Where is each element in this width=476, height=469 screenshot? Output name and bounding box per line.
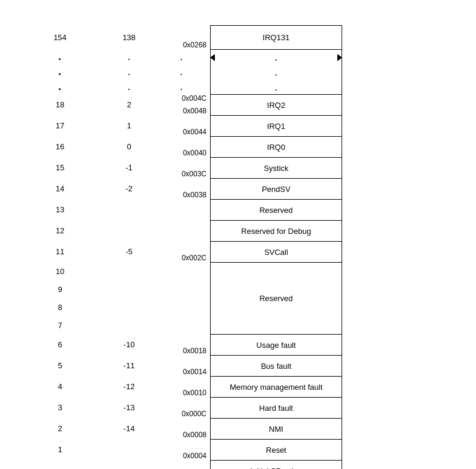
exception-cell: 13	[18, 199, 102, 220]
vector-cell: Hard fault	[211, 398, 342, 419]
exception-cell: .	[18, 64, 102, 79]
vector-cell: .	[211, 80, 342, 95]
irq-cell: -10	[102, 334, 156, 355]
continuation-dots: .	[274, 51, 277, 64]
exception-column: 154...181716151413121110987654321	[18, 25, 102, 469]
exception-cell: 4	[18, 376, 102, 397]
offset-cell: 0x004C0x0048	[156, 94, 210, 115]
exception-cell: .	[18, 49, 102, 64]
offset-cell	[156, 316, 210, 334]
offset-cell: 0x0038	[156, 178, 210, 199]
vector-cell: IRQ1	[211, 116, 342, 137]
exception-cell: 154	[18, 25, 102, 49]
irq-cell: -11	[102, 355, 156, 376]
exception-cell	[18, 460, 102, 469]
vector-cell: IRQ131	[211, 26, 342, 50]
vector-column: IRQ131...IRQ2IRQ1IRQ0SystickPendSVReserv…	[210, 25, 342, 469]
vector-cell: .	[211, 50, 342, 65]
exception-cell: 15	[18, 157, 102, 178]
vector-cell: Reserved for Debug	[211, 221, 342, 242]
offset-cell	[156, 220, 210, 241]
irq-cell: -13	[102, 397, 156, 418]
irq-cell	[102, 199, 156, 220]
exception-cell: 8	[18, 298, 102, 316]
offset-cell: 0x0268	[156, 25, 210, 49]
offset-cell: 0x0010	[156, 376, 210, 397]
exception-cell: 5	[18, 355, 102, 376]
continuation-dots: .	[274, 81, 277, 94]
offset-cell: 0x0000	[156, 460, 210, 469]
offset-cell: 0x0044	[156, 115, 210, 136]
exception-cell: 11	[18, 241, 102, 262]
vector-cell: Initial SP value	[211, 461, 342, 469]
irq-cell: .	[102, 79, 156, 94]
offset-cell: 0x0040	[156, 136, 210, 157]
vector-cell: Systick	[211, 158, 342, 179]
offset-cell	[156, 298, 210, 316]
table-body: 154...181716151413121110987654321138...2…	[18, 25, 458, 469]
offset-cell: 0x0004	[156, 439, 210, 460]
irq-cell: -2	[102, 178, 156, 199]
irq-cell	[102, 316, 156, 334]
offset-bot-label: 0x0048	[183, 107, 206, 115]
exception-cell: 10	[18, 262, 102, 280]
offset-cell: 0x0018	[156, 334, 210, 355]
continuation-dots: .	[274, 66, 277, 79]
exception-cell: 1	[18, 439, 102, 460]
vector-cell: Usage fault	[211, 335, 342, 356]
irq-cell: -1	[102, 157, 156, 178]
exception-cell: 3	[18, 397, 102, 418]
vector-cell: Reserved	[211, 263, 342, 335]
figure-container: 154...181716151413121110987654321138...2…	[18, 12, 458, 469]
offset-cell: 0x0014	[156, 355, 210, 376]
exception-cell: 17	[18, 115, 102, 136]
irq-cell: -5	[102, 241, 156, 262]
vector-cell: PendSV	[211, 179, 342, 200]
offset-cell: .	[156, 49, 210, 64]
irq-cell: -14	[102, 418, 156, 439]
exception-cell: .	[18, 79, 102, 94]
vector-cell: NMI	[211, 419, 342, 440]
irq-column: 138...210-1-2-5-10-11-12-13-14	[102, 25, 156, 469]
irq-cell	[102, 439, 156, 460]
irq-cell: 2	[102, 94, 156, 115]
offset-column: 0x0268...0x004C0x00480x00440x00400x003C0…	[156, 25, 210, 469]
vector-cell: IRQ2	[211, 95, 342, 116]
exception-cell: 7	[18, 316, 102, 334]
offset-cell: 0x002C	[156, 241, 210, 262]
exception-cell: 14	[18, 178, 102, 199]
vector-cell: Bus fault	[211, 356, 342, 377]
offset-cell: .	[156, 64, 210, 79]
vector-cell: SVCall	[211, 242, 342, 263]
offset-cell	[156, 262, 210, 280]
irq-cell	[102, 460, 156, 469]
irq-cell	[102, 280, 156, 298]
irq-cell: .	[102, 64, 156, 79]
exception-cell: 12	[18, 220, 102, 241]
right-arrow-icon	[337, 54, 342, 61]
exception-cell: 2	[18, 418, 102, 439]
exception-cell: 9	[18, 280, 102, 298]
vector-cell: Reset	[211, 440, 342, 461]
offset-cell: 0x0008	[156, 418, 210, 439]
irq-cell	[102, 220, 156, 241]
vector-cell: IRQ0	[211, 137, 342, 158]
offset-top-label: 0x004C	[182, 94, 206, 103]
offset-cell	[156, 280, 210, 298]
offset-cell: .	[156, 79, 210, 94]
vector-cell: Memory management fault	[211, 377, 342, 398]
vector-cell: Reserved	[211, 200, 342, 221]
irq-cell	[102, 298, 156, 316]
offset-cell: 0x003C	[156, 157, 210, 178]
exception-cell: 6	[18, 334, 102, 355]
left-arrow-icon	[210, 54, 215, 61]
exception-cell: 16	[18, 136, 102, 157]
offset-cell	[156, 199, 210, 220]
irq-cell	[102, 262, 156, 280]
irq-cell: .	[102, 49, 156, 64]
vector-cell: .	[211, 65, 342, 80]
irq-cell: 138	[102, 25, 156, 49]
offset-cell: 0x000C	[156, 397, 210, 418]
irq-cell: -12	[102, 376, 156, 397]
exception-cell: 18	[18, 94, 102, 115]
